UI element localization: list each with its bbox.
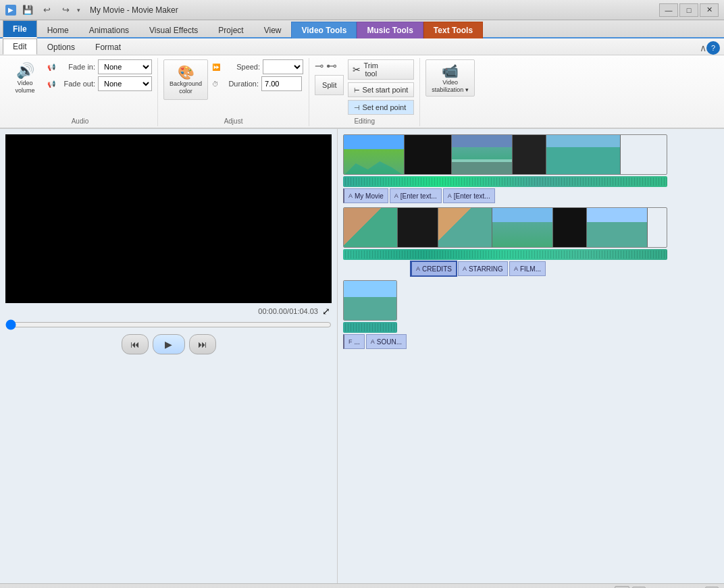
seek-slider[interactable] <box>5 321 332 329</box>
fade-out-row: 📢 Fade out: None Slow Medium Fast <box>47 76 152 91</box>
timeline-row-2: ACREDITS ASTARRING AFILM... <box>343 207 719 276</box>
clip-thumb-1 <box>344 135 405 175</box>
help-button[interactable]: ? <box>706 41 720 55</box>
caption-f[interactable]: F... <box>343 334 365 349</box>
clip-thumb-2 <box>405 135 452 175</box>
speed-duration-controls: ⏩ Speed: ⏱ Duration: <box>212 59 303 91</box>
duration-input[interactable] <box>261 76 302 91</box>
caption-strip-3: F... ASOUN... <box>343 334 719 349</box>
timeline-pane[interactable]: AMy Movie A[Enter text... A[Enter text..… <box>338 129 724 583</box>
clip-strip-3[interactable] <box>343 280 397 321</box>
split-button[interactable]: Split <box>315 75 344 95</box>
caption-strip-1: AMy Movie A[Enter text... A[Enter text..… <box>343 188 719 203</box>
undo-button[interactable]: ↩ <box>39 3 54 18</box>
fade-out-label: Fade out: <box>58 80 95 88</box>
app-icon: ▶ <box>5 5 16 16</box>
tab-view[interactable]: View <box>254 22 292 38</box>
tab-video-tools[interactable]: Video Tools <box>291 22 357 38</box>
fit-view-button[interactable]: ⛶ <box>615 586 629 589</box>
fade-in-select[interactable]: None Slow Medium Fast <box>98 59 152 74</box>
fast-forward-button[interactable]: ⏭ <box>189 334 216 354</box>
ribbon: 🔊 Videovolume 📢 Fade in: None Slow Mediu… <box>0 55 724 129</box>
video-volume-button[interactable]: 🔊 Videovolume <box>8 59 42 97</box>
caption-icon-5: A <box>463 265 467 272</box>
set-end-point-button[interactable]: ⊣ Set end point <box>348 100 414 115</box>
rewind-button[interactable]: ⏮ <box>122 334 149 354</box>
caption-film[interactable]: AFILM... <box>509 261 546 276</box>
ribbon-group-audio: 🔊 Videovolume 📢 Fade in: None Slow Mediu… <box>3 58 158 126</box>
tab-animations[interactable]: Animations <box>79 22 139 38</box>
redo-button[interactable]: ↪ <box>58 3 73 18</box>
adjust-group-label: Adjust <box>224 115 243 125</box>
clip-thumb-9 <box>492 208 553 248</box>
caption-enter-text-1[interactable]: A[Enter text... <box>390 188 442 203</box>
save-button[interactable]: 💾 <box>20 3 35 18</box>
title-bar-left: ▶ 💾 ↩ ↪ ▾ My Movie - Movie Maker <box>5 3 178 18</box>
tab-home[interactable]: Home <box>37 22 79 38</box>
preview-time: 00:00.00/01:04.03 ⤢ <box>5 303 332 318</box>
fade-controls: 📢 Fade in: None Slow Medium Fast 📢 Fade … <box>47 59 152 91</box>
clip-thumb-3 <box>452 135 513 175</box>
play-button[interactable]: ▶ <box>153 334 185 354</box>
video-stabilization-button[interactable]: 📹 Videostabilization ▾ <box>425 59 475 97</box>
caption-sound[interactable]: ASOUN... <box>366 334 407 349</box>
fade-in-label: Fade in: <box>58 63 95 71</box>
ribbon-group-adjust: 🎨 Backgroundcolor ⏩ Speed: ⏱ Duration: A… <box>158 58 309 126</box>
window-title: My Movie - Movie Maker <box>90 5 178 15</box>
caption-my-movie[interactable]: AMy Movie <box>343 188 388 203</box>
set-start-point-button[interactable]: ⊢ Set start point <box>348 82 414 97</box>
subtab-options[interactable]: Options <box>37 39 85 55</box>
audio-waveform-3 <box>343 322 397 333</box>
speed-select[interactable] <box>263 59 303 74</box>
ribbon-subtabs: Edit Options Format ∧ ? <box>0 38 724 55</box>
caption-credits[interactable]: ACREDITS <box>411 261 457 276</box>
ribbon-tabs: File Home Animations Visual Effects Proj… <box>0 20 724 38</box>
audio-waveform-1 <box>343 176 667 187</box>
tab-music-tools[interactable]: Music Tools <box>357 22 423 38</box>
audio-waveform-2 <box>343 249 667 260</box>
tab-text-tools[interactable]: Text Tools <box>423 22 483 38</box>
speed-row: ⏩ Speed: <box>212 59 303 74</box>
clip-thumb-7 <box>398 208 438 248</box>
close-button[interactable]: ✕ <box>700 3 719 17</box>
ribbon-group-editing: ⊸ ⊷ Split ✂ Trimtool ⊢ Set start point ⊣… <box>309 58 420 126</box>
duration-label: Duration: <box>222 80 259 88</box>
clip-thumb-6 <box>344 208 398 248</box>
timeline-row-1: AMy Movie A[Enter text... A[Enter text..… <box>343 134 719 203</box>
clip-thumb-12 <box>344 281 397 321</box>
caption-icon-6: A <box>514 265 518 272</box>
caption-icon-2: A <box>394 192 398 199</box>
minimize-button[interactable]: — <box>659 3 678 17</box>
clip-thumb-5 <box>546 135 621 175</box>
clip-strip-2[interactable] <box>343 207 667 248</box>
caption-starring[interactable]: ASTARRING <box>458 261 508 276</box>
maximize-button[interactable]: □ <box>679 3 698 17</box>
editing-group-label: Editing <box>354 115 375 125</box>
title-bar: ▶ 💾 ↩ ↪ ▾ My Movie - Movie Maker — □ ✕ <box>0 0 724 20</box>
subtab-edit[interactable]: Edit <box>3 38 37 55</box>
duration-row: ⏱ Duration: <box>212 76 303 91</box>
background-color-button[interactable]: 🎨 Backgroundcolor <box>163 59 208 100</box>
tab-file[interactable]: File <box>3 20 37 38</box>
clip-thumb-4 <box>513 135 546 175</box>
preview-controls: ⏮ ▶ ⏭ <box>5 331 332 357</box>
caption-icon-8: A <box>371 338 375 345</box>
caption-icon-7: F <box>348 338 353 345</box>
clip-thumb-10 <box>553 208 587 248</box>
trim-tool-button[interactable]: ✂ Trimtool <box>348 59 414 80</box>
preview-pane: 00:00.00/01:04.03 ⤢ ⏮ ▶ ⏭ <box>0 129 338 583</box>
subtab-format[interactable]: Format <box>85 39 131 55</box>
caption-icon-4: A <box>416 265 420 272</box>
tab-visual-effects[interactable]: Visual Effects <box>139 22 208 38</box>
clip-strip-1[interactable] <box>343 134 667 175</box>
ribbon-collapse-button[interactable]: ∧ <box>700 43 706 53</box>
fade-out-select[interactable]: None Slow Medium Fast <box>98 76 152 91</box>
qat-dropdown[interactable]: ▾ <box>77 7 80 14</box>
audio-group-label: Audio <box>72 115 89 125</box>
zoom-controls: ⛶ − + <box>615 586 719 589</box>
audio-controls: 🔊 Videovolume 📢 Fade in: None Slow Mediu… <box>8 59 152 115</box>
fullscreen-button[interactable]: ⤢ <box>322 306 330 317</box>
caption-enter-text-2[interactable]: A[Enter text... <box>443 188 495 203</box>
time-display: 00:00.00/01:04.03 <box>258 307 318 315</box>
tab-project[interactable]: Project <box>208 22 253 38</box>
